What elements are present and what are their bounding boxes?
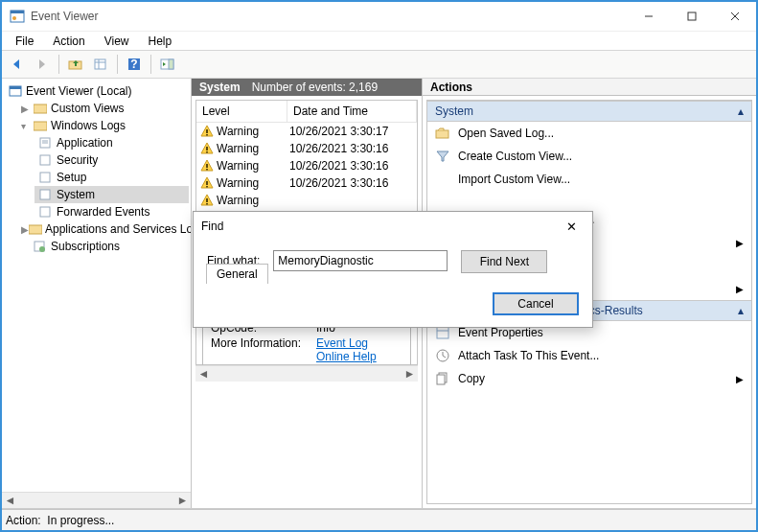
- minimize-button[interactable]: [627, 2, 670, 31]
- forward-button[interactable]: [31, 53, 54, 76]
- folder-icon: [29, 221, 42, 237]
- table-row[interactable]: Warning10/26/2021 3:30:16: [196, 174, 417, 192]
- action-label: Open Saved Log...: [458, 127, 554, 140]
- tree-root[interactable]: Event Viewer (Local): [4, 82, 189, 100]
- kv-more-v[interactable]: Event Log Online Help: [316, 336, 402, 363]
- svg-rect-36: [206, 186, 208, 188]
- collapse-icon[interactable]: ▴: [738, 304, 744, 317]
- section-label: System: [435, 104, 473, 118]
- tree-apps-services[interactable]: ▶ Applications and Services Logs: [17, 220, 189, 238]
- tree-subscriptions[interactable]: ▶ Subscriptions: [17, 238, 189, 255]
- table-row[interactable]: Warning10/26/2021 3:30:16: [196, 157, 417, 174]
- tree-label: Application: [57, 136, 113, 150]
- col-date[interactable]: Date and Time: [287, 101, 417, 122]
- help-icon[interactable]: ?: [123, 53, 146, 76]
- app-icon: [10, 9, 25, 24]
- tree-windows-logs[interactable]: ▾ Windows Logs: [17, 117, 189, 134]
- svg-rect-32: [206, 151, 208, 153]
- subscriptions-icon: [33, 239, 48, 254]
- task-icon: [435, 348, 450, 363]
- action-label: Create Custom View...: [458, 150, 572, 163]
- menu-view[interactable]: View: [97, 33, 137, 50]
- svg-rect-24: [40, 190, 50, 199]
- eventviewer-icon: [8, 83, 23, 99]
- folder-icon: [33, 118, 48, 133]
- actions-section-system[interactable]: System ▴: [427, 101, 751, 122]
- tree-label: Security: [57, 153, 98, 167]
- menu-action[interactable]: Action: [45, 33, 92, 50]
- svg-rect-35: [206, 181, 208, 185]
- action-create-custom-view[interactable]: Create Custom View...: [427, 145, 751, 168]
- svg-rect-16: [10, 86, 21, 89]
- expand-icon[interactable]: ▶: [21, 224, 29, 235]
- copy-icon: [435, 371, 450, 386]
- action-open-saved-log[interactable]: Open Saved Log...: [427, 122, 751, 145]
- svg-rect-1: [11, 11, 24, 13]
- maximize-button[interactable]: [670, 2, 713, 31]
- dialog-close-icon[interactable]: ✕: [559, 216, 585, 238]
- tree-application[interactable]: Application: [34, 134, 189, 151]
- svg-rect-29: [206, 129, 208, 133]
- cell-level: Warning: [217, 194, 259, 207]
- find-what-input[interactable]: [273, 250, 448, 271]
- table-row[interactable]: Warning10/26/2021 3:30:17: [196, 123, 417, 140]
- navigation-tree-pane: Event Viewer (Local) ▶ Custom Views ▾ Wi…: [2, 79, 192, 508]
- svg-rect-23: [40, 173, 50, 182]
- event-viewer-window: Event Viewer File Action View Help ?: [0, 0, 758, 532]
- folder-open-icon: [435, 126, 450, 141]
- menu-help[interactable]: Help: [141, 33, 180, 50]
- svg-rect-34: [206, 169, 208, 171]
- h-scrollbar[interactable]: ◄►: [2, 492, 191, 508]
- tree-setup[interactable]: Setup: [34, 169, 189, 186]
- svg-point-2: [12, 16, 16, 20]
- log-icon: [38, 187, 54, 202]
- action-attach-task-event[interactable]: Attach Task To This Event...: [427, 344, 751, 367]
- status-label: Action:: [6, 514, 41, 527]
- svg-rect-33: [206, 164, 208, 168]
- cell-date: 10/26/2021 3:30:16: [287, 176, 417, 190]
- table-row[interactable]: Warning10/26/2021 3:30:16: [196, 140, 417, 157]
- tree-root-label: Event Viewer (Local): [26, 84, 132, 98]
- expand-icon[interactable]: ▶: [21, 104, 33, 114]
- action-import-custom-view[interactable]: Import Custom View...: [427, 168, 751, 191]
- dialog-titlebar: Find ✕: [194, 212, 592, 241]
- col-level[interactable]: Level: [196, 101, 287, 122]
- collapse-icon[interactable]: ▴: [738, 104, 744, 118]
- tab-general[interactable]: General: [206, 264, 268, 284]
- tree-system[interactable]: System: [34, 186, 189, 203]
- svg-text:?: ?: [130, 58, 137, 71]
- cancel-button[interactable]: Cancel: [493, 292, 579, 315]
- events-grid: Level Date and Time Warning10/26/2021 3:…: [195, 100, 418, 220]
- cell-date: 10/26/2021 3:30:17: [287, 125, 417, 138]
- svg-rect-14: [169, 59, 173, 69]
- svg-rect-31: [206, 147, 208, 150]
- cell-level: Warning: [217, 159, 259, 173]
- tree-custom-views[interactable]: ▶ Custom Views: [17, 100, 189, 117]
- svg-rect-8: [95, 59, 105, 69]
- collapse-icon[interactable]: ▾: [21, 121, 33, 131]
- folder-up-icon[interactable]: [64, 53, 87, 76]
- svg-rect-4: [688, 12, 696, 20]
- properties-icon[interactable]: [89, 53, 112, 76]
- preview-h-scroll[interactable]: ◄►: [195, 365, 418, 382]
- cell-level: Warning: [217, 142, 259, 155]
- action-pane-icon[interactable]: [156, 53, 179, 76]
- tree-security[interactable]: Security: [34, 151, 189, 169]
- close-button[interactable]: [713, 2, 756, 31]
- action-copy[interactable]: Copy▶: [427, 367, 751, 390]
- svg-rect-25: [40, 207, 50, 217]
- status-value: In progress...: [47, 514, 114, 527]
- back-button[interactable]: [6, 53, 29, 76]
- log-icon: [38, 170, 54, 185]
- table-row[interactable]: Warning: [196, 192, 417, 209]
- action-label: Import Custom View...: [458, 173, 570, 186]
- find-next-button[interactable]: Find Next: [461, 250, 547, 273]
- svg-rect-37: [206, 198, 208, 202]
- tree-label: Setup: [57, 171, 86, 184]
- menu-file[interactable]: File: [8, 33, 41, 50]
- action-label: Event Properties: [458, 326, 543, 339]
- tree-forwarded[interactable]: Forwarded Events: [34, 203, 189, 220]
- menubar: File Action View Help: [2, 31, 756, 50]
- tree-label: Windows Logs: [51, 119, 126, 132]
- events-header-name: System: [199, 81, 241, 94]
